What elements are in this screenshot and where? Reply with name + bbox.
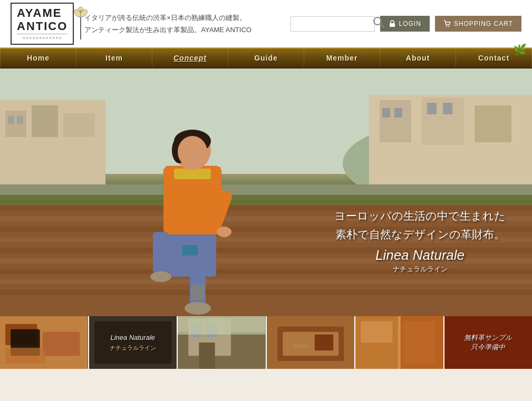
logo-box: AYAME ANTICO ××××××××××××: [11, 3, 74, 44]
tagline: イタリアが誇る伝統の渋革×日本の熟練職人の縫製。 アンティーク製法が生み出す革製…: [84, 12, 290, 36]
nav-link-concept[interactable]: Concept: [152, 48, 228, 67]
thumbnail-6[interactable]: 無料革サンプル 只今準備中: [444, 316, 533, 369]
main-navigation: Home Item Concept Guide Member About Con…: [0, 47, 532, 69]
nav-link-about[interactable]: About: [380, 48, 456, 67]
svg-rect-79: [403, 321, 436, 364]
thumb-4-bg: ayame: [267, 316, 355, 369]
svg-rect-55: [191, 285, 205, 300]
svg-rect-53: [153, 232, 169, 274]
nav-item-about[interactable]: About: [380, 48, 456, 67]
svg-rect-37: [0, 279, 532, 285]
thumb-2-sublabel: ナチュラルライン: [110, 344, 156, 352]
hero-text-line2: 素朴で自然なデザインの革財布。: [334, 225, 506, 244]
svg-point-49: [178, 136, 207, 168]
nav-item-contact[interactable]: Contact: [456, 48, 532, 67]
nav-item-item[interactable]: Item: [76, 48, 152, 67]
thumbnail-4[interactable]: ayame: [267, 316, 356, 369]
logo-crosses: ××××××××××××: [23, 35, 62, 41]
svg-rect-66: [199, 343, 215, 369]
nav-item-member[interactable]: Member: [304, 48, 380, 67]
nav-link-member[interactable]: Member: [304, 48, 380, 67]
nav-links: Home Item Concept Guide Member About Con…: [0, 48, 532, 67]
flower-icon: [73, 3, 89, 40]
svg-rect-26: [443, 103, 452, 114]
search-input[interactable]: [291, 16, 375, 32]
hero-brand-name: Linea Naturale: [334, 247, 506, 263]
hero-text-line1: ヨーロッパの生活の中で生まれた: [334, 207, 506, 226]
svg-point-9: [448, 26, 449, 27]
svg-rect-21: [8, 116, 14, 124]
search-box: [291, 16, 375, 32]
svg-point-42: [185, 302, 211, 315]
thumb-6-label: 無料革サンプル 只今準備中: [464, 333, 512, 352]
svg-point-54: [150, 271, 171, 282]
svg-rect-38: [0, 290, 532, 295]
svg-point-8: [446, 26, 447, 27]
svg-rect-22: [17, 116, 23, 124]
logo-divider: [17, 34, 67, 34]
nav-link-item[interactable]: Item: [76, 48, 152, 67]
logo-title: AYAME ANTICO: [17, 7, 67, 32]
thumb-2-label: Linea Naturale: [110, 333, 155, 343]
thumb-1-bg: [0, 316, 88, 369]
logo-wrapper: AYAME ANTICO ××××××××××××: [11, 3, 74, 44]
nav-item-home[interactable]: Home: [0, 48, 76, 67]
cart-icon: [443, 20, 451, 27]
site-header: AYAME ANTICO ×××××××××××× イタリアが誇る伝統の渋革×日…: [0, 0, 532, 47]
thumb-3-bg: [178, 316, 266, 369]
thumb-6-overlay: 無料革サンプル 只今準備中: [444, 316, 533, 369]
svg-rect-16: [63, 113, 95, 137]
thumb-2-overlay: Linea Naturale ナチュラルライン: [89, 316, 177, 369]
login-button[interactable]: LOGIN: [380, 16, 430, 32]
hero-overlay-text: ヨーロッパの生活の中で生まれた 素朴で自然なデザインの革財布。 Linea Na…: [334, 207, 506, 274]
hero-scene-svg: [0, 69, 532, 316]
thumbnail-1[interactable]: [0, 316, 89, 369]
svg-rect-60: [5, 348, 45, 364]
hero-section: ヨーロッパの生活の中で生まれた 素朴で自然なデザインの革財布。 Linea Na…: [0, 69, 532, 316]
svg-rect-20: [475, 105, 511, 142]
svg-text:ayame: ayame: [293, 342, 310, 349]
svg-rect-39: [0, 195, 532, 206]
thumbnail-strip: Linea Naturale ナチュラルライン ayame: [0, 316, 532, 369]
svg-rect-25: [427, 103, 437, 114]
thumbnail-5[interactable]: [355, 316, 444, 369]
svg-rect-23: [382, 108, 390, 118]
shopping-cart-button[interactable]: SHOPPING CART: [435, 16, 521, 32]
nav-link-contact[interactable]: Contact: [456, 48, 531, 67]
svg-rect-52: [182, 245, 198, 256]
svg-rect-24: [394, 108, 402, 118]
thumb-5-bg: [355, 316, 443, 369]
lock-icon: [389, 20, 396, 27]
thumbnail-2[interactable]: Linea Naturale ナチュラルライン: [89, 316, 178, 369]
hero-brand-sub: ナチュラルライン: [334, 265, 506, 274]
svg-rect-73: [314, 335, 333, 350]
nav-link-home[interactable]: Home: [1, 48, 76, 67]
thumbnail-3[interactable]: [178, 316, 267, 369]
svg-rect-18: [380, 100, 411, 142]
svg-rect-59: [43, 332, 80, 356]
nav-link-guide[interactable]: Guide: [228, 48, 304, 67]
nav-item-concept[interactable]: Concept: [152, 48, 228, 67]
svg-rect-69: [178, 316, 266, 335]
header-right: LOGIN SHOPPING CART: [291, 16, 521, 32]
svg-point-51: [217, 227, 231, 237]
nav-item-guide[interactable]: Guide: [228, 48, 304, 67]
svg-rect-78: [361, 321, 393, 343]
svg-rect-7: [390, 23, 395, 27]
svg-rect-15: [32, 105, 58, 137]
